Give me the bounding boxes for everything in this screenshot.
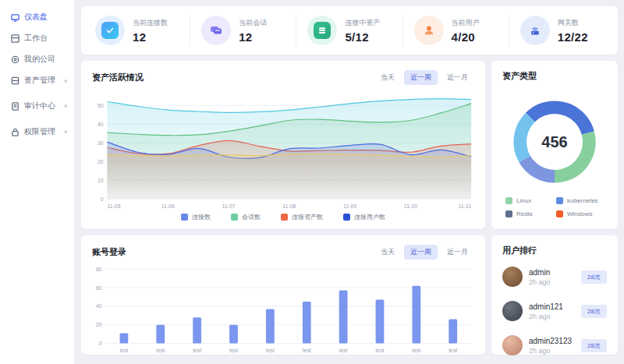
filter-week-button[interactable]: 近一周 [404,70,438,85]
user-last-login-time: 2h ago [529,313,563,320]
svg-text:test: test [156,348,165,353]
stat-current-users: 当前用户 4/20 [402,13,509,48]
legend-label: Windows [567,210,592,217]
stat-label: 当前连接数 [133,18,168,28]
svg-text:11-11: 11-11 [459,203,472,209]
filter-today-button[interactable]: 当天 [374,70,401,85]
sidebar-item-label: 资产管理 [24,75,55,86]
legend-item-connected-users[interactable]: 连接用户数 [343,213,385,221]
sidebar-item-company[interactable]: 我的公司 [11,51,74,67]
assets-icon [11,76,20,85]
dashboard-app: 仪表盘 工作台 我的公司 资产管理 ∨ 审计中心 ∨ [0,0,624,364]
legend-item-kubernetes[interactable]: kubernetes [556,197,604,204]
assets-server-icon [307,16,337,45]
asset-types-legend: Linux kubernetes Redis Windows [491,193,618,222]
sidebar-item-label: 权限管理 [24,126,55,137]
activity-area-chart-svg: 0102030405011-0511-0611-0711-0811-0911-1… [86,90,477,211]
svg-text:11-05: 11-05 [107,203,120,209]
legend-label: Linux [516,197,531,204]
svg-text:11-07: 11-07 [222,203,236,209]
stat-value: 4/20 [452,30,480,44]
stat-label: 当前用户 [452,18,480,28]
svg-text:40: 40 [98,122,104,127]
svg-text:test: test [412,348,420,353]
legend-item-sessions[interactable]: 会话数 [231,213,261,221]
asset-activity-card: 资产活跃情况 当天 近一周 近一月 0102030405011-0511-061… [81,61,485,229]
user-name: admin23123 [529,337,572,345]
legend-item-windows[interactable]: Windows [556,210,604,217]
sidebar-item-asset-management[interactable]: 资产管理 ∨ [11,72,74,88]
legend-swatch [505,197,512,204]
svg-text:test: test [229,348,238,353]
stat-connecting-assets: 连接中资产 5/12 [296,13,402,48]
activity-time-filters: 当天 近一周 近一月 [374,70,474,85]
svg-text:test: test [375,348,384,353]
account-login-card: 账号登录 当天 近一周 近一月 020406080testtesttesttes… [81,235,485,355]
user-row-admin23123[interactable]: admin23123 2h ago 28次 [491,328,618,362]
sidebar-item-audit-center[interactable]: 审计中心 ∨ [11,98,74,114]
sidebar-item-label: 仪表盘 [24,12,48,23]
login-count-badge: 28次 [581,339,607,352]
svg-text:80: 80 [96,267,102,272]
svg-text:11-08: 11-08 [282,203,296,209]
legend-item-connections[interactable]: 连接数 [181,213,211,221]
svg-text:0: 0 [99,341,102,346]
chevron-down-icon: ∨ [63,77,68,83]
sidebar-item-dashboard[interactable]: 仪表盘 [11,9,74,25]
stat-value: 5/12 [345,30,380,44]
legend-item-linux[interactable]: Linux [505,197,553,204]
avatar [502,267,523,287]
user-row-admin[interactable]: admin 2h ago 28次 [491,260,618,294]
chevron-down-icon: ∨ [63,103,68,108]
stat-value: 12 [239,30,267,44]
svg-text:test: test [119,348,128,353]
company-icon [11,55,20,64]
sidebar-item-label: 我的公司 [24,54,55,65]
legend-swatch [343,214,350,221]
avatar [502,335,523,355]
stat-label: 连接中资产 [345,18,380,28]
asset-types-title: 资产类型 [502,70,537,82]
user-row-admin121[interactable]: admin121 2h ago 28次 [491,294,618,328]
svg-text:test: test [303,348,311,353]
users-person-icon [414,16,444,45]
sidebar-item-permissions[interactable]: 权限管理 ∨ [11,124,74,140]
gateway-router-icon [520,16,550,45]
filter-week-button[interactable]: 近一周 [404,245,438,260]
filter-today-button[interactable]: 当天 [374,245,401,260]
legend-label: 连接用户数 [354,213,385,221]
user-ranking-card: 用户排行 admin 2h ago 28次 admin121 2h ago 28… [491,235,618,355]
stat-gateways: 网关数 12/22 [509,13,615,48]
login-time-filters: 当天 近一周 近一月 [374,245,474,260]
legend-item-redis[interactable]: Redis [505,210,553,217]
filter-month-button[interactable]: 近一月 [441,70,474,85]
svg-text:test: test [193,348,201,353]
legend-label: kubernetes [567,197,598,204]
stat-label: 当前会话 [239,18,267,28]
dashboard-icon [11,13,20,22]
connections-check-icon [95,16,125,45]
asset-types-card: 资产类型 456 Linux kubernetes Redis [491,61,618,229]
user-name: admin [529,268,551,277]
audit-icon [11,102,20,111]
svg-text:11-06: 11-06 [161,203,175,209]
activity-legend: 连接数 会话数 连接资产数 连接用户数 [81,211,485,229]
svg-text:20: 20 [98,159,104,164]
sidebar-item-workbench[interactable]: 工作台 [11,30,74,46]
filter-month-button[interactable]: 近一月 [441,245,474,260]
svg-text:0: 0 [101,196,104,202]
stat-current-sessions: 当前会话 12 [190,13,296,48]
sidebar: 仪表盘 工作台 我的公司 资产管理 ∨ 审计中心 ∨ [0,0,75,364]
stats-card: 当前连接数 12 当前会话 12 [81,6,618,55]
legend-swatch [556,197,563,204]
legend-swatch [505,210,512,217]
user-name: admin121 [529,302,563,311]
legend-label: Redis [516,210,532,217]
main-content: 当前连接数 12 当前会话 12 [75,0,624,364]
legend-item-connected-assets[interactable]: 连接资产数 [281,213,323,221]
avatar [502,301,523,321]
svg-text:test: test [448,348,457,353]
asset-activity-title: 资产活跃情况 [92,72,144,83]
asset-types-donut-chart: 456 [509,96,601,188]
sidebar-item-label: 审计中心 [24,101,55,111]
